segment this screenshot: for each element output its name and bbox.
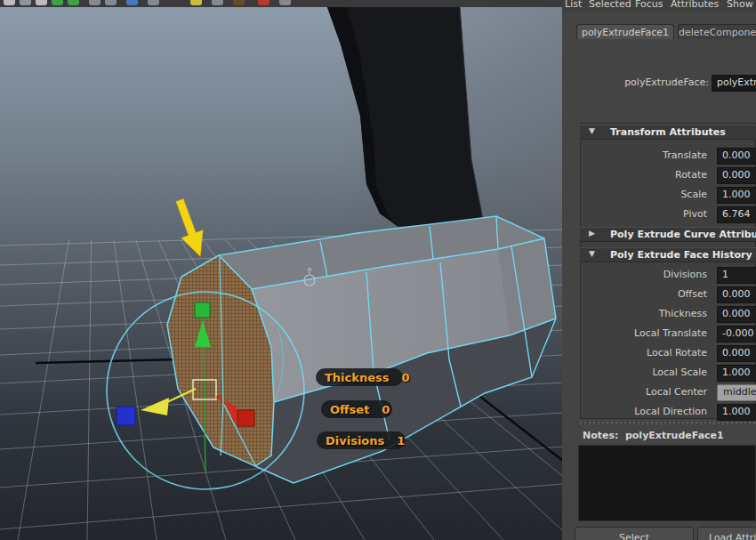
attr-input[interactable]: 0.000 [717,345,756,362]
select-button[interactable]: Select [575,527,694,540]
attr-input[interactable]: 0.000 [717,167,756,184]
attr-input[interactable]: 6.764 [717,206,756,223]
tab-deletecomponent[interactable]: deleteComponent [678,24,756,39]
node-name-input[interactable]: polyExtrudeFace1 [712,75,756,92]
attr-row-translate: Translate 0.000 [562,148,756,164]
toolbar-icon[interactable] [126,0,138,5]
notes-value: polyExtrudeFace1 [625,430,724,441]
attr-label: Pivot [562,208,707,220]
panel-resize-dots[interactable] [580,422,756,424]
attr-label: Local Center [562,386,707,398]
hud-thickness[interactable]: Thickness 0 [316,368,403,386]
viewport-3d[interactable] [0,0,562,540]
attr-input[interactable]: 0.000 [717,286,756,303]
hud-divisions[interactable]: Divisions 1 [317,431,406,449]
attr-label: Local Rotate [562,347,707,359]
attr-label: Local Translate [562,327,707,339]
attr-input[interactable]: 1.000 [717,365,756,382]
attr-row-thickness: Thickness 0.000 [562,306,756,322]
attr-row-divisions: Divisions 1 [562,267,756,283]
toolbar-icon[interactable] [36,0,47,5]
snap-icon[interactable] [52,0,63,5]
toolbar-icon[interactable] [20,0,31,5]
attribute-editor-panel: List Selected Focus Attributes Show poly… [562,0,756,540]
toolbar-icons-strip[interactable] [0,0,562,7]
x-axis-cube[interactable] [237,410,254,426]
hud-offset[interactable]: Offset 0 [321,400,392,418]
collapse-arrow-icon [589,126,595,135]
attr-label: Divisions [562,269,707,280]
toolbar-icon[interactable] [89,0,101,5]
toolbar-icon[interactable] [4,0,15,5]
menu-list[interactable]: List [565,0,582,10]
hud-offset-label: Offset [330,403,369,416]
expand-arrow-icon [589,229,595,238]
node-field-label: polyExtrudeFace: [562,77,709,88]
attr-input[interactable]: 1.000 [717,187,756,204]
hud-divisions-value[interactable]: 1 [397,434,405,447]
attr-label: Offset [562,288,707,300]
attr-label: Rotate [562,169,707,181]
load-attributes-button[interactable]: Load Attributes [697,527,756,540]
notes-line: Notes: polyExtrudeFace1 [583,430,724,441]
notes-label: Notes: [583,430,618,441]
snap-icon[interactable] [68,0,79,5]
menu-show[interactable]: Show [727,0,753,10]
attr-row-scale: Scale 1.000 [562,187,756,203]
section-header-transform-attributes[interactable]: Transform Attributes [580,125,756,140]
menu-attributes[interactable]: Attributes [671,0,719,10]
attr-label: Thickness [562,308,707,319]
hud-thickness-label: Thickness [325,371,389,384]
attr-row-local-rotate: Local Rotate 0.000 [562,345,756,361]
attr-input[interactable]: 0.000 [717,148,756,165]
section-header-poly-extrude-curve[interactable]: Poly Extrude Curve Attributes [580,227,756,242]
toolbar-icon[interactable] [169,0,181,5]
toolbar-icon[interactable] [105,0,117,5]
local-center-dropdown[interactable]: middle [717,384,756,401]
hud-offset-value[interactable]: 0 [382,403,390,416]
toolbar-icon[interactable] [148,0,159,5]
attr-label: Local Scale [562,367,707,378]
attr-row-local-scale: Local Scale 1.000 [562,365,756,381]
toolbar-icon[interactable] [279,0,291,5]
attr-row-local-translate: Local Translate -0.000 [562,326,756,342]
y-axis-cube[interactable] [195,302,210,318]
z-axis-cube[interactable] [117,407,135,425]
toolbar-icon[interactable] [258,0,269,5]
tab-polyextrudeface1[interactable]: polyExtrudeFace1 [576,24,674,39]
attr-row-offset: Offset 0.000 [562,286,756,302]
attr-label: Scale [562,189,707,200]
attr-input[interactable]: -0.000 [717,326,756,343]
attr-input[interactable]: 1 [717,267,756,284]
attr-label: Local Direction [562,406,707,417]
hud-thickness-value[interactable]: 0 [401,371,409,384]
attr-row-local-center: Local Center middle [562,384,756,400]
toolbar-icon[interactable] [212,0,223,5]
attr-row-pivot: Pivot 6.764 [562,206,756,222]
x-axis-dot [217,396,221,399]
hud-divisions-label: Divisions [326,434,384,447]
menu-focus[interactable]: Focus [635,0,663,10]
attr-label: Translate [562,149,707,161]
maya-window: Thickness 0 Offset 0 Divisions 1 List Se… [0,0,756,540]
toolbar-icon[interactable] [190,0,202,5]
attr-row-rotate: Rotate 0.000 [562,167,756,183]
collapse-arrow-icon [589,249,595,258]
notes-textarea[interactable] [578,445,756,521]
attr-row-local-direction: Local Direction 1.000 [562,404,756,420]
section-header-poly-extrude-face-history[interactable]: Poly Extrude Face History [580,247,756,262]
attribute-editor-menubar: List Selected Focus Attributes Show [562,0,756,12]
toolbar-icon[interactable] [233,0,245,5]
attr-input[interactable]: 1.000 [717,404,756,421]
menu-selected[interactable]: Selected [589,0,631,10]
attr-input[interactable]: 0.000 [717,306,756,323]
